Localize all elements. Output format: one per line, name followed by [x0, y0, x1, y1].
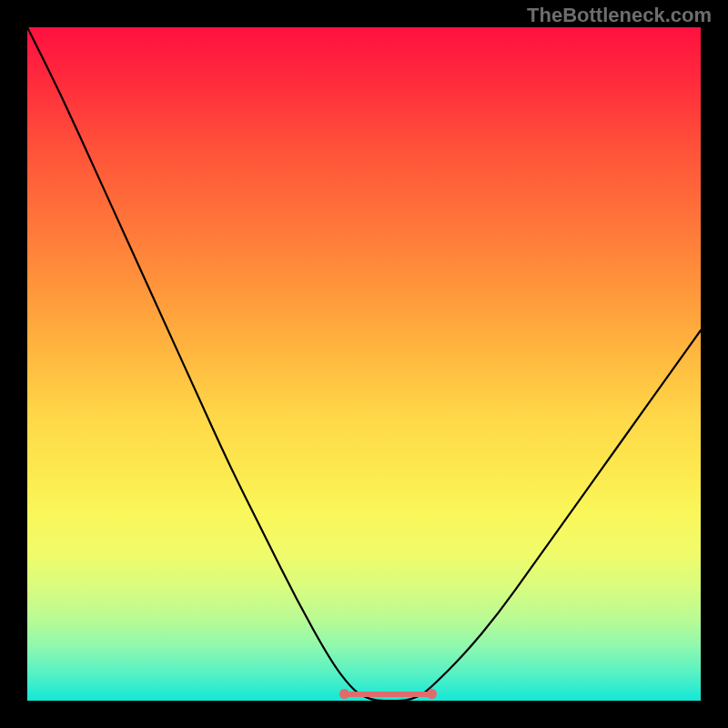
- plot-area: [27, 27, 701, 701]
- watermark-text: TheBottleneck.com: [527, 4, 712, 27]
- baseline-cap-right: [427, 689, 437, 699]
- bottleneck-curve-path: [27, 27, 701, 701]
- baseline-marker: [344, 692, 431, 697]
- chart-frame: TheBottleneck.com: [0, 0, 728, 728]
- baseline-cap-left: [339, 689, 349, 699]
- curve-layer: [27, 27, 701, 701]
